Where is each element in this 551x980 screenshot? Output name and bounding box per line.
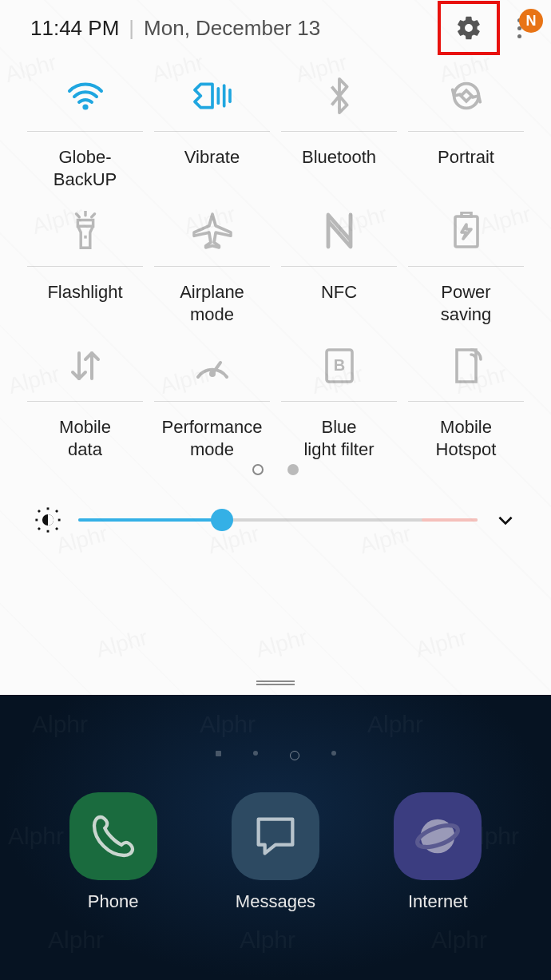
svg-line-25	[56, 510, 57, 512]
svg-rect-4	[461, 90, 472, 101]
tile-label: Flashlight	[47, 281, 122, 329]
brightness-icon	[34, 506, 62, 534]
tile-power-saving[interactable]: Powersaving	[408, 202, 524, 329]
home-dot	[331, 751, 336, 756]
dock-label: Messages	[236, 891, 315, 912]
svg-text:B: B	[333, 356, 344, 374]
clock-time: 11:44 PM	[30, 16, 119, 41]
brightness-row	[0, 506, 551, 534]
panel-header: 11:44 PM | Mon, December 13 N	[0, 0, 551, 56]
rotation-lock-icon	[408, 67, 524, 125]
watermark: Alphr	[200, 711, 256, 738]
watermark: Alphr	[413, 625, 470, 663]
header-separator: |	[129, 16, 134, 41]
nfc-icon	[281, 202, 397, 260]
clock-date: Mon, December 13	[144, 16, 320, 41]
watermark: Alphr	[431, 926, 487, 954]
tile-airplane[interactable]: Airplanemode	[154, 202, 270, 329]
tile-divider	[281, 266, 397, 267]
dock-item-phone[interactable]: Phone	[69, 792, 157, 912]
tile-rotation-lock[interactable]: Portrait	[408, 67, 524, 194]
tile-label: MobileHotspot	[436, 416, 497, 464]
watermark: Alphr	[93, 625, 150, 663]
tile-bluetooth[interactable]: Bluetooth	[281, 67, 397, 194]
dock-item-messages[interactable]: Messages	[232, 792, 319, 912]
tile-label: Vibrate	[184, 146, 240, 194]
tile-divider	[281, 401, 397, 402]
home-screen-dock: Alphr Alphr Alphr Alphr Alphr Alphr Alph…	[0, 695, 551, 980]
panel-drag-handle[interactable]	[256, 680, 295, 685]
tile-blue-light[interactable]: B Bluelight filter	[281, 337, 397, 464]
svg-line-9	[91, 214, 94, 217]
quick-settings-panel: Alphr Alphr Alphr Alphr Alphr Alphr Alph…	[0, 0, 551, 695]
tile-divider	[27, 401, 143, 402]
svg-line-24	[56, 528, 57, 530]
tile-flashlight[interactable]: Flashlight	[27, 202, 143, 329]
mobile-data-icon	[27, 337, 143, 395]
tile-vibrate[interactable]: Vibrate	[154, 67, 270, 194]
tile-divider	[408, 401, 524, 402]
tile-mobile-data[interactable]: Mobiledata	[27, 337, 143, 464]
tile-performance[interactable]: Performancemode	[154, 337, 270, 464]
tile-divider	[27, 131, 143, 132]
bluetooth-icon	[281, 67, 397, 125]
dock-label: Phone	[88, 891, 139, 912]
messages-app-icon	[232, 792, 319, 880]
tile-divider	[408, 131, 524, 132]
tile-label: Globe-BackUP	[27, 146, 143, 194]
hotspot-icon	[408, 337, 524, 395]
flashlight-icon	[27, 202, 143, 260]
tile-label: Performancemode	[162, 416, 263, 464]
page-dot-active	[252, 464, 264, 475]
notification-badge: N	[519, 9, 543, 33]
home-dot	[253, 751, 258, 756]
watermark: Alphr	[367, 711, 423, 738]
badge-letter: N	[526, 13, 537, 30]
brightness-slider[interactable]	[78, 510, 478, 530]
tile-wifi[interactable]: Globe-BackUP	[27, 67, 143, 194]
tile-hotspot[interactable]: MobileHotspot	[408, 337, 524, 464]
home-dot-active	[290, 751, 299, 760]
tile-label: Bluelight filter	[303, 416, 374, 464]
chevron-down-icon	[495, 510, 516, 530]
dock-row: Phone Messages Internet	[0, 760, 551, 912]
brightness-expand-button[interactable]	[494, 508, 517, 532]
internet-app-icon	[394, 792, 482, 880]
phone-app-icon	[69, 792, 157, 880]
tile-nfc[interactable]: NFC	[281, 202, 397, 329]
svg-line-8	[76, 214, 79, 217]
svg-line-26	[38, 528, 40, 530]
svg-rect-5	[77, 220, 93, 227]
watermark: Alphr	[48, 926, 104, 954]
tile-label: Bluetooth	[302, 146, 376, 194]
vibrate-icon	[154, 67, 270, 125]
gear-icon	[455, 14, 482, 42]
page-indicator[interactable]	[0, 464, 551, 475]
performance-icon	[154, 337, 270, 395]
dock-label: Internet	[408, 891, 468, 912]
tile-divider	[154, 266, 270, 267]
tile-label: Mobiledata	[59, 416, 111, 464]
settings-button[interactable]	[441, 4, 497, 52]
tile-label: Airplanemode	[180, 281, 244, 329]
svg-point-0	[82, 104, 88, 109]
blue-light-icon: B	[281, 337, 397, 395]
tile-divider	[408, 266, 524, 267]
watermark: Alphr	[253, 625, 310, 663]
tile-divider	[27, 266, 143, 267]
tile-divider	[154, 401, 270, 402]
page-dot	[287, 464, 299, 475]
tile-divider	[154, 131, 270, 132]
dock-item-internet[interactable]: Internet	[394, 792, 482, 912]
tile-label: Powersaving	[441, 281, 492, 329]
watermark: Alphr	[240, 926, 295, 954]
more-options-button[interactable]: N	[501, 4, 537, 52]
tile-divider	[281, 131, 397, 132]
home-dot	[216, 751, 221, 756]
watermark: Alphr	[32, 711, 88, 738]
home-page-indicator[interactable]	[0, 751, 551, 760]
quick-settings-grid: Globe-BackUP Vibrate Bluetooth Portrait …	[0, 56, 551, 464]
wifi-icon	[27, 67, 143, 125]
tile-label: NFC	[321, 281, 357, 329]
power-saving-icon	[408, 202, 524, 260]
